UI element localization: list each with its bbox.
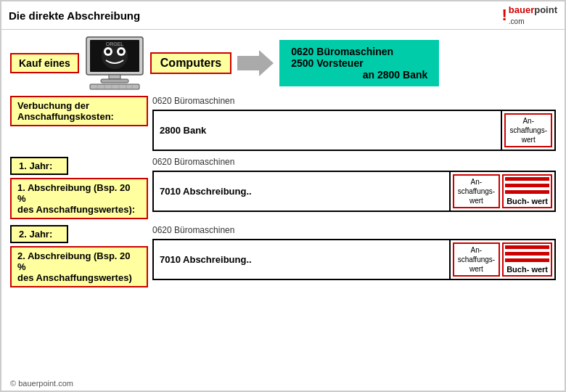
j2-stripe3: [505, 258, 549, 262]
arrow-right-icon: [237, 49, 274, 78]
jahr2-buch-label: Buch- wert: [504, 264, 551, 275]
verbuchung-left: Verbuchung derAnschaffungskosten:: [10, 96, 148, 126]
jahr2-section: 2. Jahr: 2. Abschreibung (Bsp. 20 %des A…: [10, 225, 556, 287]
computer-svg: ORGEL: [83, 36, 147, 90]
stripe3: [505, 190, 549, 194]
jahr1-desc-text: 1. Abschreibung (Bsp. 20 %des Anschaffun…: [17, 182, 135, 215]
svg-marker-17: [237, 50, 274, 76]
jahr2-right: 0620 Büromaschinen 7010 Abschreibung.. A…: [152, 225, 556, 280]
jahr1-buchwert-box: Buch- wert: [502, 174, 552, 208]
verbuchung-anschaffungs-area: An-schaffungs-wert: [501, 111, 554, 150]
jahr1-buch-label: Buch- wert: [504, 195, 551, 207]
row1: Kauf eines: [10, 36, 556, 90]
jahr2-description: 2. Abschreibung (Bsp. 20 %des Anschaffun…: [10, 246, 148, 287]
page-title: Die direkte Abschreibung: [9, 9, 140, 22]
jahr2-label: 2. Jahr:: [10, 225, 68, 243]
jahr2-right-area: An-schaffungs-wert Buch- wert: [449, 240, 554, 279]
verbuchung-text: Verbuchung derAnschaffungskosten:: [17, 100, 114, 122]
jahr1-right-area: An-schaffungs-wert Buch- wert: [449, 172, 554, 211]
jahr1-account-title: 0620 Büromaschinen: [152, 157, 556, 167]
jahr1-entry: 7010 Abschreibung..: [154, 172, 449, 211]
jahr2-entry: 7010 Abschreibung..: [154, 240, 449, 279]
jahr2-stripes: [504, 244, 551, 264]
computer-illustration: ORGEL: [82, 36, 147, 90]
jahr1-anschaffungs-box: An-schaffungs-wert: [453, 174, 501, 208]
gap2: [505, 188, 549, 189]
footer-text: © bauerpoint.com: [10, 379, 73, 388]
green-line3: an 2800 Bank: [291, 69, 427, 81]
green-line2: 2500 Vorsteuer: [291, 57, 427, 69]
svg-point-6: [119, 49, 123, 54]
svg-point-5: [106, 49, 110, 54]
logo-text: bauerpoint .com: [509, 4, 557, 26]
jahr1-right: 0620 Büromaschinen 7010 Abschreibung.. A…: [152, 157, 556, 212]
svg-rect-7: [109, 75, 120, 79]
j2-stripe2: [505, 252, 549, 256]
jahr1-section: 1. Jahr: 1. Abschreibung (Bsp. 20 %des A…: [10, 157, 556, 219]
stripe1: [505, 177, 549, 181]
verbuchung-right: 0620 Büromaschinen 2800 Bank An-schaffun…: [152, 96, 556, 151]
svg-rect-8: [101, 79, 128, 83]
jahr1-stripes: [504, 176, 551, 195]
jahr2-anschaffungs-text: An-schaffungs-wert: [458, 246, 496, 273]
jahr2-desc-text: 2. Abschreibung (Bsp. 20 %des Anschaffun…: [17, 250, 132, 283]
jahr2-anschaffungs-box: An-schaffungs-wert: [453, 242, 501, 277]
logo: ! bauerpoint .com: [502, 4, 558, 26]
verbuchung-section: Verbuchung derAnschaffungskosten: 0620 B…: [10, 96, 556, 151]
jahr1-left: 1. Jahr: 1. Abschreibung (Bsp. 20 %des A…: [10, 157, 148, 219]
footer: © bauerpoint.com: [10, 379, 73, 388]
kauf-label: Kauf eines: [10, 53, 79, 73]
verbuchung-t-account: 2800 Bank An-schaffungs-wert: [152, 110, 556, 151]
main-content: Kauf eines: [1, 30, 565, 292]
verbuchung-account-title: 0620 Büromaschinen: [152, 96, 556, 106]
j2-gap2: [505, 256, 549, 258]
logo-exclamation: !: [502, 6, 507, 25]
jahr1-t-account: 7010 Abschreibung.. An-schaffungs-wert: [152, 171, 556, 212]
verbuchung-anschaffungs-box: An-schaffungs-wert: [504, 113, 552, 147]
jahr1-description: 1. Abschreibung (Bsp. 20 %des Anschaffun…: [10, 178, 148, 219]
gap1: [505, 181, 549, 183]
header: Die direkte Abschreibung ! bauerpoint .c…: [1, 1, 565, 30]
j2-gap1: [505, 250, 549, 251]
j2-stripe1: [505, 245, 549, 249]
jahr2-left: 2. Jahr: 2. Abschreibung (Bsp. 20 %des A…: [10, 225, 148, 287]
green-line1: 0620 Büromaschinen: [291, 46, 427, 57]
page-wrapper: Die direkte Abschreibung ! bauerpoint .c…: [0, 0, 566, 392]
green-info-box: 0620 Büromaschinen 2500 Vorsteuer an 280…: [279, 40, 439, 86]
svg-point-2: [102, 43, 128, 69]
jahr2-buchwert-box: Buch- wert: [502, 242, 552, 277]
computers-label: Computers: [150, 52, 231, 74]
jahr1-anschaffungs-text: An-schaffungs-wert: [458, 178, 496, 205]
verbuchung-bank-entry: 2800 Bank: [154, 111, 501, 150]
verbuchung-label: Verbuchung derAnschaffungskosten:: [10, 96, 148, 126]
verbuchung-anschaffungs-text: An-schaffungs-wert: [509, 117, 547, 144]
jahr2-account-title: 0620 Büromaschinen: [152, 225, 556, 235]
jahr2-t-account: 7010 Abschreibung.. An-schaffungs-wert: [152, 239, 556, 280]
stripe2: [505, 184, 549, 187]
jahr1-label: 1. Jahr:: [10, 157, 68, 175]
svg-text:ORGEL: ORGEL: [106, 41, 124, 46]
